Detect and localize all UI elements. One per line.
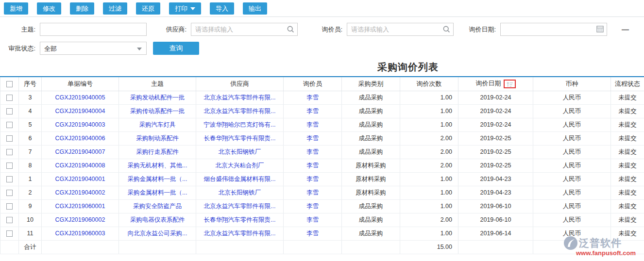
inquirer-link[interactable]: 李雪	[284, 227, 342, 240]
sort-ascending-icon	[506, 81, 513, 87]
supplier-input[interactable]	[191, 23, 298, 36]
inquirer-link[interactable]: 李雪	[284, 118, 342, 131]
row-checkbox-cell	[0, 91, 19, 104]
inquiry-date-input[interactable]	[500, 23, 607, 36]
header-count[interactable]: 询价次数	[400, 77, 458, 91]
edit-button[interactable]: 修改	[37, 2, 61, 15]
subject-input[interactable]	[40, 23, 147, 36]
header-status[interactable]: 流程状态	[611, 77, 644, 91]
count-cell: 1.00	[400, 172, 458, 186]
supplier-link[interactable]: 长春华翔汽车零件有限责...	[196, 213, 284, 227]
row-checkbox[interactable]	[6, 95, 13, 101]
subject-link[interactable]: 采购金属材料一批（...	[119, 172, 196, 186]
doc-no-link[interactable]: CGXJ2019040008	[42, 159, 119, 172]
header-date[interactable]: 询价日期	[458, 77, 533, 91]
table-row: 11CGXJ2019060003向北京永益公司采购...北京永益汽车零部件有限.…	[0, 227, 644, 240]
status-cell: 未提交	[611, 213, 644, 227]
restore-button-label: 还原	[142, 4, 154, 13]
subject-link[interactable]: 采购安全防盗产品	[119, 199, 196, 213]
calendar-icon[interactable]	[596, 25, 604, 34]
total-count-cell: 15.00	[400, 240, 458, 254]
currency-cell: 人民币	[533, 172, 611, 186]
subject-link[interactable]: 采购行走系配件	[119, 145, 196, 159]
inquirer-link[interactable]: 李雪	[284, 131, 342, 145]
subject-link[interactable]: 采购汽车灯具	[119, 118, 196, 131]
row-checkbox[interactable]	[6, 176, 13, 182]
row-checkbox[interactable]	[6, 230, 13, 237]
supplier-link[interactable]: 北京大兴粘合剂厂	[196, 159, 284, 172]
inquirer-link[interactable]: 李雪	[284, 172, 342, 186]
inquirer-input[interactable]	[347, 23, 454, 36]
header-subject[interactable]: 主题	[119, 77, 196, 91]
subject-link[interactable]: 采购传动系配件一批	[119, 104, 196, 118]
supplier-link[interactable]: 北京永益汽车零部件有限...	[196, 91, 284, 104]
inquirer-link[interactable]: 李雪	[284, 159, 342, 172]
status-cell: 未提交	[611, 159, 644, 172]
date-cell: 2019-02-24	[458, 104, 533, 118]
import-button[interactable]: 导入	[210, 2, 234, 15]
subject-link[interactable]: 采购发动机配件一批	[119, 91, 196, 104]
row-checkbox[interactable]	[6, 163, 13, 169]
inquirer-search-icon[interactable]	[442, 25, 450, 35]
row-seq: 5	[19, 118, 42, 131]
date-cell: 2019-02-24	[458, 118, 533, 131]
delete-button[interactable]: 删除	[70, 2, 94, 15]
supplier-link[interactable]: 北京长阳钢铁厂	[196, 145, 284, 159]
row-checkbox[interactable]	[6, 149, 13, 155]
supplier-link[interactable]: 北京长阳钢铁厂	[196, 186, 284, 199]
supplier-link[interactable]: 北京永益汽车零部件有限...	[196, 227, 284, 240]
export-button[interactable]: 输出	[243, 2, 267, 15]
inquirer-link[interactable]: 李雪	[284, 91, 342, 104]
row-checkbox[interactable]	[6, 135, 13, 142]
doc-no-link[interactable]: CGXJ2019040004	[42, 104, 119, 118]
inquirer-link[interactable]: 李雪	[284, 104, 342, 118]
subject-link[interactable]: 采购无机材料、其他...	[119, 159, 196, 172]
row-checkbox[interactable]	[6, 203, 13, 210]
subject-link[interactable]: 采购电器仪表系配件	[119, 213, 196, 227]
doc-no-link[interactable]: CGXJ2019040006	[42, 131, 119, 145]
doc-no-link[interactable]: CGXJ2019040003	[42, 118, 119, 131]
doc-no-link[interactable]: CGXJ2019040001	[42, 172, 119, 186]
inquirer-link[interactable]: 李雪	[284, 199, 342, 213]
header-date-label: 询价日期	[476, 80, 501, 87]
doc-no-link[interactable]: CGXJ2019040005	[42, 91, 119, 104]
query-button[interactable]: 查询	[153, 42, 199, 55]
filter-button[interactable]: 过滤	[103, 2, 127, 15]
header-category[interactable]: 采购类别	[342, 77, 400, 91]
header-doc-no[interactable]: 单据编号	[42, 77, 119, 91]
restore-button[interactable]: 还原	[136, 2, 160, 15]
supplier-search-icon[interactable]	[287, 25, 294, 35]
row-checkbox[interactable]	[6, 217, 13, 223]
supplier-link[interactable]: 长春华翔汽车零件有限责...	[196, 131, 284, 145]
row-checkbox[interactable]	[6, 190, 13, 196]
total-status-cell	[611, 240, 644, 254]
header-currency[interactable]: 币种	[533, 77, 611, 91]
subject-link[interactable]: 采购制动系配件	[119, 131, 196, 145]
row-checkbox[interactable]	[6, 108, 13, 114]
supplier-link[interactable]: 北京永益汽车零部件有限...	[196, 199, 284, 213]
supplier-link[interactable]: 烟台盛伟德金属材料有限...	[196, 172, 284, 186]
inquirer-link[interactable]: 李雪	[284, 145, 342, 159]
add-button[interactable]: 新增	[4, 2, 28, 15]
doc-no-link[interactable]: CGXJ2019040007	[42, 145, 119, 159]
subject-link[interactable]: 向北京永益公司采购...	[119, 227, 196, 240]
inquirer-link[interactable]: 李雪	[284, 213, 342, 227]
filter-area: 主题: 供应商: 询价员: 询价日期:	[0, 17, 644, 55]
inquirer-link[interactable]: 李雪	[284, 186, 342, 199]
table-row: 6CGXJ2019040006采购制动系配件长春华翔汽车零件有限责...李雪成品…	[0, 131, 644, 145]
header-inquirer[interactable]: 询价员	[284, 77, 342, 91]
doc-no-link[interactable]: CGXJ2019060001	[42, 199, 119, 213]
print-button[interactable]: 打印	[169, 2, 201, 15]
supplier-link[interactable]: 宁波华翔哈尔巴克灯饰有...	[196, 118, 284, 131]
header-supplier[interactable]: 供应商	[196, 77, 284, 91]
approval-status-select[interactable]: 全部	[40, 42, 147, 55]
doc-no-link[interactable]: CGXJ2019060003	[42, 227, 119, 240]
status-cell: 未提交	[611, 145, 644, 159]
supplier-link[interactable]: 北京永益汽车零部件有限...	[196, 104, 284, 118]
subject-link[interactable]: 采购金属材料一批（...	[119, 186, 196, 199]
row-checkbox[interactable]	[6, 122, 13, 128]
doc-no-link[interactable]: CGXJ2019060002	[42, 213, 119, 227]
select-all-checkbox[interactable]	[6, 81, 13, 87]
doc-no-link[interactable]: CGXJ2019040002	[42, 186, 119, 199]
sort-highlight-box[interactable]	[504, 80, 516, 88]
